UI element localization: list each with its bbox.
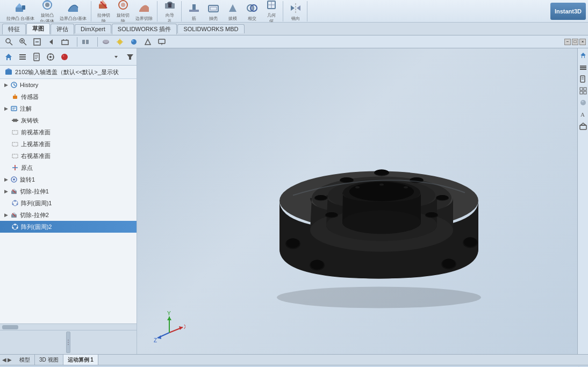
right-doc-btn[interactable] (578, 74, 588, 84)
subwindow-minimize[interactable]: − (564, 39, 571, 45)
tree-item-top-plane[interactable]: 上视基准面 (0, 138, 137, 150)
bottom-tab-3dview[interactable]: 3D 视图 (35, 355, 63, 365)
svg-marker-72 (5, 68, 12, 70)
history-icon (10, 81, 18, 89)
tree-item-pattern2[interactable]: 阵列(圆周)2 (0, 221, 137, 233)
svg-point-132 (311, 260, 324, 269)
right-grid-btn[interactable] (578, 86, 588, 96)
svg-rect-152 (580, 69, 586, 70)
extrude-cut-icon (97, 0, 111, 12)
tab-mbd[interactable]: SOLIDWORKS MBD (177, 24, 244, 33)
feature-tabs: 特征 草图 评估 DimXpert SOLIDWORKS 插件 SOLIDWOR… (0, 23, 588, 35)
right-text-btn[interactable]: A (578, 110, 588, 119)
tab-plugins[interactable]: SOLIDWORKS 插件 (112, 24, 177, 34)
bottom-tabs-bar: ◀ ▶ 模型 3D 视图 运动算例 1 (0, 354, 588, 365)
section-view-btn[interactable] (78, 36, 92, 48)
scene-btn[interactable] (141, 36, 155, 48)
subwindow-restore[interactable]: □ (572, 39, 578, 45)
tab-sketch[interactable]: 草图 (26, 23, 50, 34)
tree-item-cut-extrude2[interactable]: ▶ 切除-拉伸2 (0, 209, 137, 221)
part-name-row: 2102输入轴透盖（默认<<默认>_显示状 (0, 66, 137, 79)
zoom-fit-btn[interactable] (30, 36, 44, 48)
sidebar-target-btn[interactable] (44, 51, 57, 63)
tree-item-origin[interactable]: 原点 (0, 162, 137, 174)
sidebar-splitter[interactable] (0, 330, 137, 354)
tree-item-pattern1[interactable]: 阵列(圆周)1 (0, 197, 137, 209)
tab-dimxpert[interactable]: DimXpert (75, 24, 111, 33)
tab-features[interactable]: 特征 (2, 24, 26, 34)
mirror-button[interactable]: 镜向 (286, 0, 305, 23)
geometry-icon (264, 0, 278, 12)
prev-scroll-btn[interactable]: ◀ (2, 357, 8, 363)
extrude-cut-button[interactable]: 拉伸切除 (95, 0, 113, 23)
3d-part (239, 88, 519, 315)
material-label: 灰铸铁 (21, 117, 39, 125)
instant3d-button[interactable]: Instant3D (550, 3, 586, 20)
sidebar-color-btn[interactable] (58, 51, 71, 63)
tree-item-right-plane[interactable]: 右视基准面 (0, 150, 137, 162)
svg-point-105 (277, 286, 481, 308)
tree-item-revolve1[interactable]: ▶ 旋转1 (0, 174, 137, 185)
tree-item-cut-extrude1[interactable]: ▶ 切除-拉伸1 (0, 185, 137, 197)
extrude-boss-button[interactable]: 拉伸凸 台/基体 (4, 0, 37, 23)
zoom-btn[interactable] (16, 36, 30, 48)
subwindow-close[interactable]: × (579, 39, 586, 45)
sidebar-doc-btn[interactable] (30, 51, 43, 63)
splitter-handle[interactable] (66, 332, 70, 353)
tree-arrow-cut1[interactable]: ▶ (2, 188, 10, 195)
sidebar-list-btn[interactable] (16, 51, 29, 63)
revolve-cut-button[interactable]: 旋转切除 (114, 0, 132, 23)
bottom-tab-motion[interactable]: 运动算例 1 (63, 355, 98, 365)
viewport-toolbar-row: − □ × (0, 35, 588, 48)
draft-button[interactable]: 拔模 (224, 0, 242, 23)
tree-arrow-cut2[interactable]: ▶ (2, 211, 10, 219)
svg-point-48 (132, 40, 134, 41)
svg-rect-13 (189, 10, 199, 12)
next-scroll-btn[interactable]: ▶ (8, 357, 13, 363)
boundary-cut-button[interactable]: 边界切除 (133, 0, 155, 23)
right-sphere-btn[interactable] (578, 98, 588, 107)
sidebar-home-btn[interactable] (2, 51, 15, 63)
cut-extrude2-label: 切除-拉伸2 (20, 211, 49, 219)
rib-button[interactable]: 筋 (185, 0, 203, 23)
right-layers-btn[interactable] (578, 62, 588, 72)
tree-arrow-history[interactable]: ▶ (2, 81, 10, 89)
bottom-tab-model[interactable]: 模型 (15, 355, 35, 365)
tree-item-sensor[interactable]: 传感器 (0, 91, 137, 103)
search-btn[interactable] (2, 36, 16, 48)
display-style-btn[interactable] (99, 36, 113, 48)
monitor-btn[interactable] (155, 36, 169, 48)
hole-wizard-button[interactable]: 向导孔 (161, 0, 179, 23)
front-plane-label: 前视基准面 (21, 128, 51, 136)
appearance-btn[interactable] (127, 36, 141, 48)
boundary-boss-button[interactable]: 边界凸台/基体 (58, 0, 89, 23)
revolve-boss-button[interactable]: 旋转凸台/基体 (38, 0, 56, 23)
svg-marker-14 (192, 4, 196, 10)
tree-item-history[interactable]: ▶ History (0, 79, 137, 91)
tab-evaluate[interactable]: 评估 (51, 24, 74, 34)
svg-rect-50 (159, 39, 165, 44)
right-home-btn[interactable] (578, 51, 588, 60)
tree-arrow-annotation[interactable]: ▶ (2, 105, 10, 112)
tree-arrow-revolve1[interactable]: ▶ (2, 176, 10, 183)
svg-text:Y: Y (167, 311, 171, 316)
3d-viewport[interactable]: X Y Z (137, 48, 577, 354)
shell-icon (206, 1, 220, 15)
shell-button[interactable]: 抽壳 (204, 0, 223, 23)
svg-marker-53 (5, 54, 12, 60)
extrude-boss-icon (13, 1, 27, 15)
sidebar-expand-btn[interactable] (110, 51, 123, 63)
lighting-btn[interactable] (113, 36, 127, 48)
prev-view-btn[interactable] (44, 36, 58, 48)
filter-icon (126, 53, 134, 61)
extrude-boss-label: 拉伸凸 台/基体 (6, 16, 34, 21)
right-shapes-btn[interactable] (578, 121, 588, 131)
tree-item-annotation[interactable]: ▶ 注解 (0, 103, 137, 114)
tree-item-front-plane[interactable]: 前视基准面 (0, 126, 137, 138)
sidebar-scrollbar[interactable] (0, 323, 137, 330)
intersect-button[interactable]: 相交 (243, 0, 261, 23)
geometry-button[interactable]: 几何何 (262, 0, 281, 23)
view-orientation-btn[interactable] (58, 36, 72, 48)
feature-tree[interactable]: ▶ History 传感器 ▶ 注解 (0, 79, 137, 323)
tree-item-material[interactable]: 灰铸铁 (0, 114, 137, 126)
